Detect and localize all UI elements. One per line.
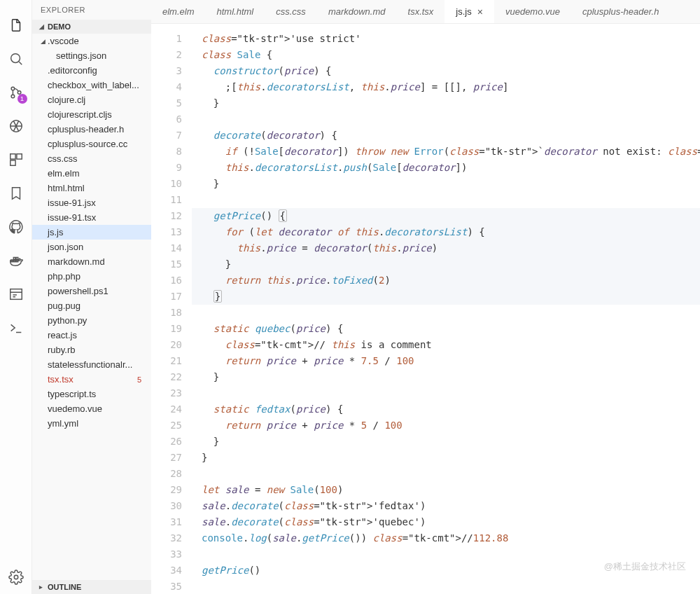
preview-icon[interactable] [6, 284, 26, 304]
file-item[interactable]: .editorconfig [32, 63, 151, 78]
activity-bar: 1 [0, 0, 32, 594]
svg-point-1 [11, 87, 15, 90]
tab[interactable]: js.js× [444, 0, 494, 23]
tab[interactable]: html.html [206, 0, 265, 23]
terminal-icon[interactable] [6, 318, 26, 338]
svg-rect-7 [10, 160, 15, 165]
github-icon[interactable] [6, 217, 26, 237]
file-item[interactable]: html.html [32, 181, 151, 195]
search-icon[interactable] [6, 49, 26, 69]
file-item[interactable]: issue-91.jsx [32, 195, 151, 210]
file-item[interactable]: json.json [32, 240, 151, 254]
debug-icon[interactable] [6, 116, 26, 136]
file-item[interactable]: statelessfunctionalr... [32, 357, 151, 372]
editor[interactable]: 1234567891011121314151617181920212223242… [151, 24, 700, 594]
file-item[interactable]: python.py [32, 313, 151, 328]
svg-point-0 [10, 54, 20, 63]
file-tree: ◢.vscode settings.json .editorconfigchec… [32, 34, 151, 580]
file-item[interactable]: vuedemo.vue [32, 401, 151, 416]
file-item[interactable]: issue-91.tsx [32, 210, 151, 225]
file-item[interactable]: cplusplus-source.cc [32, 137, 151, 151]
file-item[interactable]: checkbox_with_label... [32, 78, 151, 92]
tab[interactable]: cplusplus-header.h [571, 0, 670, 23]
file-item[interactable]: elm.elm [32, 166, 151, 181]
folder-vscode[interactable]: ◢.vscode [32, 34, 151, 48]
tab[interactable]: vuedemo.vue [494, 0, 571, 23]
section-outline[interactable]: ▸OUTLINE [32, 580, 151, 594]
tabs: elm.elmhtml.htmlcss.cssmarkdown.mdtsx.ts… [151, 0, 700, 24]
svg-point-9 [14, 575, 18, 579]
tab[interactable]: tsx.tsx [397, 0, 445, 23]
file-item[interactable]: markdown.md [32, 254, 151, 269]
file-item[interactable]: yml.yml [32, 416, 151, 431]
bookmark-icon[interactable] [6, 184, 26, 203]
file-item[interactable]: cplusplus-header.h [32, 122, 151, 137]
file-item[interactable]: powershell.ps1 [32, 284, 151, 298]
tab[interactable]: css.css [265, 0, 317, 23]
svg-point-2 [11, 95, 15, 98]
docker-icon[interactable] [6, 251, 26, 270]
file-item[interactable]: react.js [32, 328, 151, 343]
file-item[interactable]: settings.json [32, 48, 151, 63]
file-item[interactable]: css.css [32, 151, 151, 166]
editor-group: elm.elmhtml.htmlcss.cssmarkdown.mdtsx.ts… [151, 0, 700, 594]
file-item[interactable]: pug.pug [32, 298, 151, 313]
code-area[interactable]: class="tk-str">'use strict'class Sale { … [192, 24, 700, 594]
svg-rect-8 [10, 289, 22, 300]
file-item[interactable]: clojurescript.cljs [32, 107, 151, 122]
svg-rect-6 [16, 154, 21, 159]
gutter: 1234567891011121314151617181920212223242… [151, 24, 192, 594]
file-item[interactable]: clojure.clj [32, 92, 151, 107]
explorer-icon[interactable] [6, 15, 26, 35]
file-item[interactable]: typescript.ts [32, 387, 151, 401]
settings-gear-icon[interactable] [6, 567, 26, 587]
extensions-icon[interactable] [6, 150, 26, 170]
sidebar: EXPLORER ◢DEMO ◢.vscode settings.json .e… [32, 0, 151, 594]
source-control-icon[interactable]: 1 [6, 83, 26, 102]
svg-rect-5 [10, 154, 15, 159]
close-icon[interactable]: × [477, 6, 483, 18]
file-item[interactable]: ruby.rb [32, 343, 151, 357]
tab[interactable]: elm.elm [151, 0, 206, 23]
section-demo[interactable]: ◢DEMO [32, 20, 151, 34]
scm-badge: 1 [18, 94, 27, 104]
sidebar-title: EXPLORER [32, 0, 151, 20]
file-item[interactable]: tsx.tsx5 [32, 372, 151, 387]
file-item[interactable]: js.js [32, 225, 151, 240]
file-item[interactable]: php.php [32, 269, 151, 284]
watermark: @稀土掘金技术社区 [604, 560, 686, 573]
tab[interactable]: markdown.md [317, 0, 397, 23]
